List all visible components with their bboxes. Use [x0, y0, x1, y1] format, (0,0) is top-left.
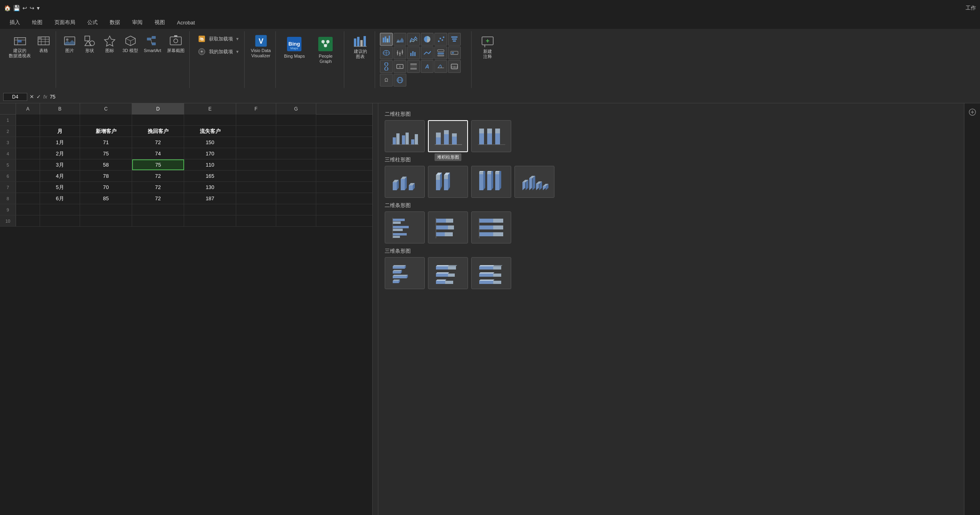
ribbon-item-suggest-chart[interactable]: 建议的图表: [349, 33, 372, 61]
col-header-d[interactable]: D: [132, 103, 184, 115]
chart-btn-globe[interactable]: [394, 74, 406, 87]
chart-thumb-bar3d-stack[interactable]: [428, 166, 468, 198]
chart-btn-area[interactable]: [394, 33, 406, 46]
col-header-a[interactable]: A: [16, 103, 40, 115]
ribbon-item-shape[interactable]: 形状: [81, 33, 98, 54]
tab-acrobat[interactable]: Acrobat: [171, 18, 201, 27]
cell-c4[interactable]: 75: [80, 148, 132, 159]
chart-thumb-hbar3d-cluster[interactable]: [385, 257, 425, 289]
chart-btn-signature[interactable]: [434, 60, 447, 73]
ribbon-item-screenshot[interactable]: 屏幕截图: [165, 33, 186, 54]
cell[interactable]: [236, 171, 276, 181]
tab-insert[interactable]: 插入: [4, 17, 26, 28]
chart-thumb-hbar2d-100[interactable]: [471, 211, 511, 243]
cell[interactable]: [276, 182, 316, 193]
cell[interactable]: [236, 115, 276, 125]
cell-e6[interactable]: 165: [184, 171, 236, 181]
ribbon-item-bing-maps[interactable]: Bing Maps Bing Maps: [281, 33, 308, 60]
chart-btn-sparkline-col[interactable]: [407, 46, 420, 59]
cell[interactable]: [276, 148, 316, 159]
cell-b7[interactable]: 5月: [40, 182, 80, 193]
cell[interactable]: [80, 204, 132, 215]
cell-e5[interactable]: 110: [184, 159, 236, 170]
chart-thumb-hbar2d-stack[interactable]: [428, 211, 468, 243]
ribbon-item-table[interactable]: 表格: [35, 33, 52, 54]
formula-confirm-icon[interactable]: ✓: [36, 94, 41, 100]
ribbon-item-icon[interactable]: 图标: [101, 33, 118, 54]
cell[interactable]: [276, 126, 316, 137]
cell-e8[interactable]: 187: [184, 193, 236, 204]
cell-e7[interactable]: 130: [184, 182, 236, 193]
undo-icon[interactable]: ↩: [22, 5, 27, 11]
cell-d3[interactable]: 72: [132, 137, 184, 148]
chart-btn-line[interactable]: [407, 33, 420, 46]
chart-thumb-bar3d-cluster[interactable]: [385, 166, 425, 198]
chart-thumb-bar3d-3d[interactable]: [514, 166, 554, 198]
cell[interactable]: [16, 171, 40, 181]
cell-c8[interactable]: 85: [80, 193, 132, 204]
cell[interactable]: [16, 215, 40, 226]
cell-c3[interactable]: 71: [80, 137, 132, 148]
chart-btn-object[interactable]: OBJ: [448, 60, 461, 73]
chart-btn-wordart[interactable]: A: [421, 60, 434, 73]
col-header-g[interactable]: G: [276, 103, 316, 115]
cell[interactable]: [236, 137, 276, 148]
formula-cancel-icon[interactable]: ✕: [30, 94, 34, 100]
cell-b5[interactable]: 3月: [40, 159, 80, 170]
ribbon-item-3d[interactable]: 3D 模型: [121, 33, 140, 54]
ribbon-item-smartart[interactable]: SmartArt: [142, 33, 163, 54]
cell[interactable]: [184, 115, 236, 125]
cell-d8[interactable]: 72: [132, 193, 184, 204]
save-icon[interactable]: 💾: [13, 5, 20, 11]
chart-btn-funnel[interactable]: [448, 33, 461, 46]
cell-e4[interactable]: 170: [184, 148, 236, 159]
cell-d4[interactable]: 74: [132, 148, 184, 159]
cell[interactable]: [132, 204, 184, 215]
cell[interactable]: [184, 215, 236, 226]
cell-d7[interactable]: 72: [132, 182, 184, 193]
cell[interactable]: [80, 215, 132, 226]
cell[interactable]: [16, 159, 40, 170]
cell-c6[interactable]: 78: [80, 171, 132, 181]
chart-btn-bar[interactable]: [380, 33, 393, 46]
redo-icon[interactable]: ↪: [30, 5, 34, 11]
cell-b6[interactable]: 4月: [40, 171, 80, 181]
addin-item-get[interactable]: 🛍 获取加载项 ▾: [195, 33, 241, 45]
cell[interactable]: [16, 204, 40, 215]
chart-thumb-bar2d-cluster[interactable]: [385, 120, 425, 152]
tab-draw[interactable]: 绘图: [26, 17, 48, 28]
chart-btn-sparkline-line[interactable]: [421, 46, 434, 59]
cell[interactable]: [236, 204, 276, 215]
cell[interactable]: [276, 171, 316, 181]
chart-btn-textbox[interactable]: A: [394, 60, 406, 73]
chart-thumb-hbar3d-100[interactable]: [471, 257, 511, 289]
cell[interactable]: [40, 215, 80, 226]
cell[interactable]: [16, 193, 40, 204]
chart-thumb-bar2d-100[interactable]: [471, 120, 511, 152]
cell-b3[interactable]: 1月: [40, 137, 80, 148]
cell[interactable]: [276, 193, 316, 204]
cell-b4[interactable]: 2月: [40, 148, 80, 159]
col-header-c[interactable]: C: [80, 103, 132, 115]
cell-e3[interactable]: 150: [184, 137, 236, 148]
cell[interactable]: [276, 115, 316, 125]
home-icon[interactable]: 🏠: [4, 5, 11, 11]
cell-c7[interactable]: 70: [80, 182, 132, 193]
cell[interactable]: [132, 115, 184, 125]
cell-d2[interactable]: 挽回客户: [132, 126, 184, 137]
chart-thumb-bar3d-100[interactable]: [471, 166, 511, 198]
chart-btn-header[interactable]: [407, 60, 420, 73]
col-header-b[interactable]: B: [40, 103, 80, 115]
chart-btn-slicer[interactable]: [434, 46, 447, 59]
cell[interactable]: [16, 115, 40, 125]
ribbon-item-pivot[interactable]: 建议的数据透视表: [7, 33, 32, 59]
cell[interactable]: [40, 204, 80, 215]
ribbon-item-visio[interactable]: V Visio DataVisualizer: [249, 33, 273, 59]
vertical-scrollbar[interactable]: [372, 103, 378, 515]
cell[interactable]: [276, 204, 316, 215]
chart-thumb-hbar3d-stack[interactable]: [428, 257, 468, 289]
cell[interactable]: [16, 148, 40, 159]
cell[interactable]: [132, 215, 184, 226]
cell[interactable]: [236, 193, 276, 204]
cell-d6[interactable]: 72: [132, 171, 184, 181]
